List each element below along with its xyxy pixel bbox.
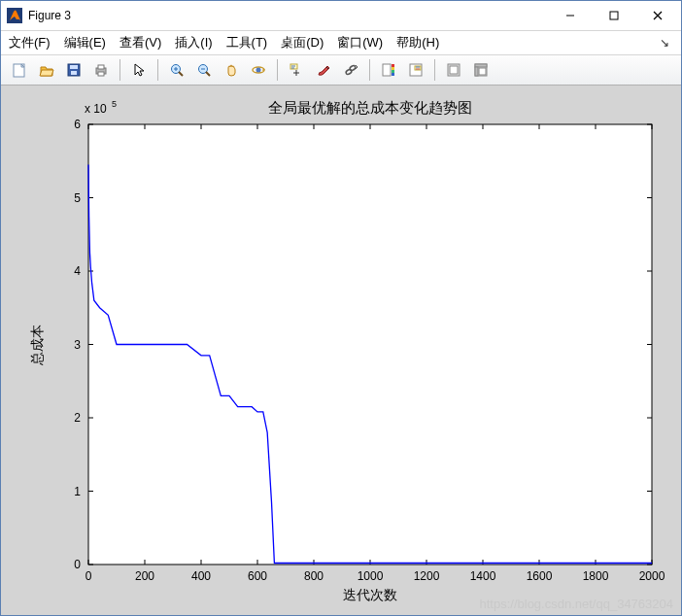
- minimize-button[interactable]: [548, 2, 592, 30]
- svg-text:0: 0: [74, 558, 81, 571]
- svg-rect-8: [71, 71, 77, 75]
- menu-desktop[interactable]: 桌面(D): [281, 34, 324, 51]
- svg-text:4: 4: [74, 264, 81, 278]
- toolbar: [1, 55, 681, 86]
- window-title: Figure 3: [28, 9, 548, 22]
- svg-text:1000: 1000: [358, 569, 384, 583]
- svg-point-27: [349, 65, 356, 71]
- svg-text:3: 3: [74, 338, 81, 352]
- menu-insert[interactable]: 插入(I): [175, 34, 212, 51]
- toolbar-separator: [119, 59, 120, 81]
- colorbar-button[interactable]: [376, 57, 401, 83]
- new-figure-button[interactable]: [7, 57, 32, 83]
- legend-button[interactable]: [403, 57, 428, 83]
- svg-point-20: [256, 68, 261, 73]
- data-cursor-button[interactable]: [284, 57, 309, 83]
- menu-tools[interactable]: 工具(T): [226, 34, 268, 51]
- svg-rect-41: [475, 67, 478, 76]
- menubar: 文件(F) 编辑(E) 查看(V) 插入(I) 工具(T) 桌面(D) 窗口(W…: [1, 31, 681, 55]
- svg-line-17: [206, 72, 210, 76]
- svg-rect-10: [98, 65, 104, 69]
- svg-rect-7: [70, 65, 78, 69]
- svg-text:1200: 1200: [414, 569, 440, 583]
- pointer-button[interactable]: [126, 57, 152, 83]
- zoom-in-button[interactable]: [164, 57, 189, 83]
- svg-rect-31: [392, 70, 394, 73]
- show-plot-tools-button[interactable]: [468, 57, 494, 83]
- svg-text:总成本: 总成本: [30, 325, 45, 366]
- svg-rect-29: [392, 64, 394, 67]
- axes: 0200400600800100012001400160018002000012…: [1, 86, 681, 616]
- svg-text:2: 2: [74, 411, 81, 425]
- svg-text:1600: 1600: [527, 569, 553, 583]
- save-button[interactable]: [61, 57, 86, 83]
- svg-text:1800: 1800: [583, 569, 609, 583]
- svg-text:800: 800: [304, 569, 324, 583]
- svg-text:5: 5: [112, 99, 117, 109]
- titlebar: Figure 3: [1, 1, 681, 31]
- open-button[interactable]: [34, 57, 59, 83]
- maximize-button[interactable]: [592, 2, 635, 30]
- toolbar-separator: [157, 59, 158, 81]
- svg-text:迭代次数: 迭代次数: [343, 588, 397, 602]
- menu-help[interactable]: 帮助(H): [396, 34, 439, 51]
- svg-rect-32: [392, 73, 394, 76]
- svg-rect-28: [383, 64, 391, 76]
- toolbar-separator: [277, 59, 278, 81]
- svg-text:6: 6: [74, 118, 81, 131]
- svg-text:0: 0: [85, 569, 92, 583]
- svg-text:x 10: x 10: [85, 102, 107, 116]
- svg-text:400: 400: [191, 569, 211, 583]
- rotate3d-button[interactable]: [246, 57, 271, 83]
- svg-text:2000: 2000: [639, 569, 665, 583]
- close-button[interactable]: [635, 2, 679, 30]
- svg-rect-30: [392, 67, 394, 70]
- svg-text:全局最优解的总成本变化趋势图: 全局最优解的总成本变化趋势图: [268, 100, 472, 116]
- dock-arrow-icon[interactable]: ↘: [660, 36, 673, 50]
- menu-view[interactable]: 查看(V): [119, 34, 161, 51]
- menu-file[interactable]: 文件(F): [9, 34, 51, 51]
- toolbar-separator: [434, 59, 435, 81]
- svg-text:1400: 1400: [470, 569, 496, 583]
- svg-rect-11: [98, 72, 104, 76]
- menu-window[interactable]: 窗口(W): [337, 34, 383, 51]
- print-button[interactable]: [88, 57, 114, 83]
- toolbar-separator: [369, 59, 370, 81]
- menu-edit[interactable]: 编辑(E): [64, 34, 106, 51]
- link-plot-button[interactable]: [338, 57, 363, 83]
- svg-text:600: 600: [248, 569, 267, 583]
- figure-canvas[interactable]: 0200400600800100012001400160018002000012…: [1, 86, 681, 615]
- brush-button[interactable]: [311, 57, 336, 83]
- matlab-icon: [7, 8, 22, 23]
- svg-text:1: 1: [74, 485, 81, 498]
- svg-rect-2: [610, 12, 618, 19]
- svg-text:200: 200: [135, 569, 154, 583]
- svg-rect-42: [479, 68, 486, 75]
- figure-window: Figure 3 文件(F) 编辑(E) 查看(V) 插入(I) 工具(T) 桌…: [0, 0, 682, 616]
- svg-rect-38: [450, 66, 458, 74]
- pan-button[interactable]: [219, 57, 244, 83]
- svg-text:5: 5: [74, 191, 81, 205]
- hide-plot-tools-button[interactable]: [441, 57, 466, 83]
- svg-line-13: [179, 72, 183, 76]
- zoom-out-button[interactable]: [191, 57, 217, 83]
